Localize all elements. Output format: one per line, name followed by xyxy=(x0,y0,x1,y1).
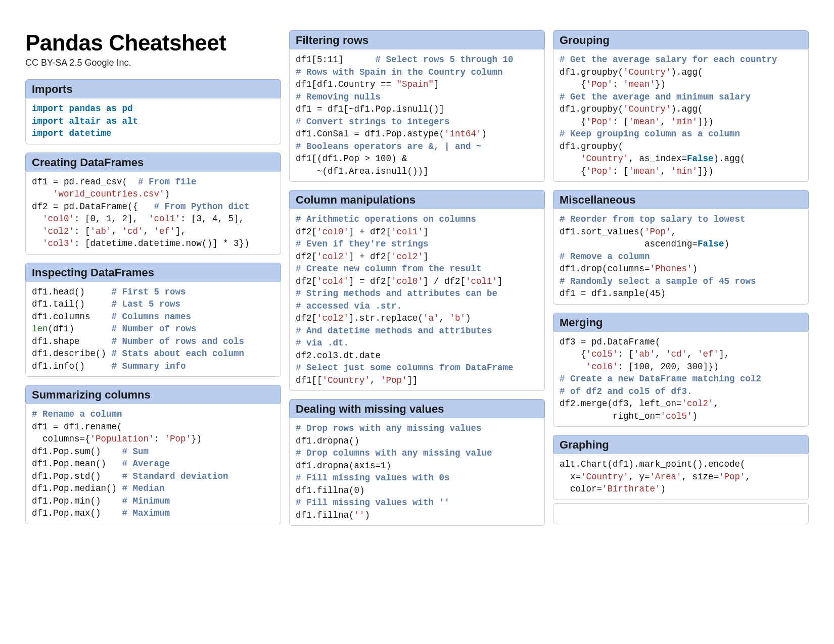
page-title: Pandas Cheatsheet xyxy=(25,30,281,56)
code-imports: import pandas as pd import altair as alt… xyxy=(25,98,281,144)
section-header-inspecting: Inspecting DataFrames xyxy=(25,263,281,283)
column-3: Grouping # Get the average salary for ea… xyxy=(553,30,809,619)
code-missing: # Drop rows with any missing values df1.… xyxy=(289,418,545,526)
section-inspecting: Inspecting DataFrames df1.head() # First… xyxy=(25,263,281,377)
section-misc: Miscellaneous # Reorder from top salary … xyxy=(553,190,809,305)
cheatsheet-page: Pandas Cheatsheet CC BY-SA 2.5 Google In… xyxy=(0,0,834,644)
section-creating: Creating DataFrames df1 = pd.read_csv( #… xyxy=(25,153,281,255)
page-subtitle: CC BY-SA 2.5 Google Inc. xyxy=(25,58,281,68)
code-summarizing: # Rename a column df1 = df1.rename( colu… xyxy=(25,404,281,524)
code-colmanip: # Arithmetic operations on columns df2['… xyxy=(289,209,545,391)
section-header-creating: Creating DataFrames xyxy=(25,153,281,173)
section-header-misc: Miscellaneous xyxy=(553,190,809,210)
section-header-merging: Merging xyxy=(553,313,809,333)
section-grouping: Grouping # Get the average salary for ea… xyxy=(553,30,809,182)
section-header-missing: Dealing with missing values xyxy=(289,399,545,419)
code-grouping: # Get the average salary for each countr… xyxy=(553,49,809,182)
section-header-graphing: Graphing xyxy=(553,435,809,455)
section-header-grouping: Grouping xyxy=(553,30,809,51)
code-creating: df1 = pd.read_csv( # From file 'world_co… xyxy=(25,172,281,255)
section-header-filtering: Filtering rows xyxy=(289,30,545,51)
section-filtering: Filtering rows df1[5:11] # Select rows 5… xyxy=(289,30,545,182)
section-graphing: Graphing alt.Chart(df1).mark_point().enc… xyxy=(553,435,809,524)
section-imports: Imports import pandas as pd import altai… xyxy=(25,79,281,144)
section-colmanip: Column manipulations # Arithmetic operat… xyxy=(289,190,545,391)
section-header-colmanip: Column manipulations xyxy=(289,190,545,210)
column-2: Filtering rows df1[5:11] # Select rows 5… xyxy=(289,30,545,619)
section-header-imports: Imports xyxy=(25,79,281,100)
code-graphing: alt.Chart(df1).mark_point().encode( x='C… xyxy=(553,454,809,500)
code-misc: # Reorder from top salary to lowest df1.… xyxy=(553,209,809,305)
section-summarizing: Summarizing columns # Rename a column df… xyxy=(25,385,281,524)
section-missing: Dealing with missing values # Drop rows … xyxy=(289,399,545,526)
section-header-summarizing: Summarizing columns xyxy=(25,385,281,405)
section-merging: Merging df3 = pd.DataFrame( {'col5': ['a… xyxy=(553,313,809,427)
column-1: Pandas Cheatsheet CC BY-SA 2.5 Google In… xyxy=(25,30,281,619)
code-filtering: df1[5:11] # Select rows 5 through 10 # R… xyxy=(289,49,545,182)
code-inspecting: df1.head() # First 5 rows df1.tail() # L… xyxy=(25,282,281,377)
code-empty xyxy=(553,503,809,525)
code-merging: df3 = pd.DataFrame( {'col5': ['ab', 'cd'… xyxy=(553,332,809,427)
